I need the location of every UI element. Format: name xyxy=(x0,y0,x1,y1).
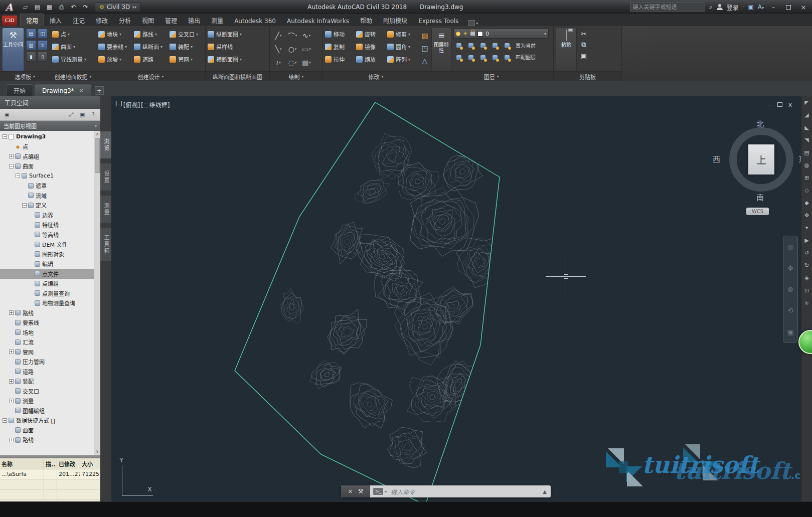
collapse-icon[interactable]: − xyxy=(9,164,14,168)
layer-tool-icon-4[interactable] xyxy=(490,40,501,51)
panel-label-profile-section-views[interactable]: 纵断面图和横断面图 xyxy=(206,71,269,81)
application-menu-button[interactable]: C3D xyxy=(2,16,17,26)
redo-icon[interactable]: ◈ xyxy=(803,274,811,282)
item-view-row[interactable]: ...\aSurfa201...2771225 xyxy=(0,469,100,479)
exchange-icon[interactable]: A▾ xyxy=(758,4,764,11)
expand-icon[interactable]: + xyxy=(9,154,14,158)
help-search-input[interactable] xyxy=(630,3,705,12)
layer-tool-icon-6[interactable] xyxy=(453,52,464,63)
rectangle-icon[interactable]: ▭▾ xyxy=(300,43,313,55)
button-管网[interactable]: 管网▾ xyxy=(170,54,203,64)
command-bar-grip[interactable]: × ⚒ xyxy=(341,485,370,497)
snap-icon[interactable]: ◢ xyxy=(803,111,811,119)
ribbon-options-button[interactable]: ▾ xyxy=(468,20,478,26)
swap-icon[interactable]: ⊡ xyxy=(803,286,811,294)
toolspace-tab-测量[interactable]: 测量 xyxy=(100,196,111,223)
surface-boundary[interactable] xyxy=(235,102,500,501)
flag-icon[interactable]: ◤ xyxy=(803,98,811,106)
button-圆角[interactable]: 圆角▾ xyxy=(387,42,418,52)
expand-icon[interactable]: + xyxy=(9,399,14,403)
ribbon-tab-输出[interactable]: 输出 xyxy=(183,14,206,26)
sheet-icon[interactable]: ◣ xyxy=(803,123,811,131)
tree-item-点编组[interactable]: +点编组 xyxy=(0,151,94,161)
drawer1-icon[interactable]: ▮ xyxy=(26,52,36,62)
button-点[interactable]: 点▾ xyxy=(52,29,86,39)
polyline-icon[interactable]: ≀▾ xyxy=(272,56,285,69)
button-路线[interactable]: 路线▾ xyxy=(134,29,168,39)
ribbon-tab-插入[interactable]: 插入 xyxy=(44,14,67,26)
tree-item-地物测量查询[interactable]: 地物测量查询 xyxy=(0,298,94,308)
collapse-icon[interactable]: − xyxy=(16,174,20,178)
drawing-viewport[interactable]: [-][俯视][二维线框] – x 北 南 西 东 上 WCS ◎✥⊗⟲▣ Y … xyxy=(111,96,801,501)
match-layer-button[interactable]: 匹配图层 xyxy=(516,53,536,61)
link-icon[interactable]: ⤢ xyxy=(67,111,75,118)
select-icon[interactable]: ✦ xyxy=(803,224,811,232)
viewport-restore-button[interactable] xyxy=(777,101,782,108)
properties-palette-icon[interactable]: ▤ xyxy=(26,29,36,39)
command-close-icon[interactable]: × xyxy=(348,488,353,495)
compass-west-label[interactable]: 西 xyxy=(713,153,720,164)
button-阵列[interactable]: 阵列▾ xyxy=(387,54,418,64)
rotate-icon[interactable]: ◆ xyxy=(803,199,811,207)
measure-icon[interactable]: ≋ xyxy=(803,299,811,307)
undo-icon[interactable]: ↶ xyxy=(69,4,78,11)
tree-item-测量[interactable]: +测量 xyxy=(0,396,94,406)
viewport-minimize-button[interactable]: – xyxy=(768,101,771,108)
tree-item-图形对象[interactable]: 图形对象 xyxy=(0,249,94,259)
ribbon-tab-视图[interactable]: 视图 xyxy=(136,14,159,26)
revision-cloud-icon[interactable]: ∿▾ xyxy=(300,29,313,42)
tree-item-流域[interactable]: 流域 xyxy=(0,191,94,201)
item-view-row[interactable] xyxy=(0,479,100,489)
button-复制[interactable]: 复制 xyxy=(325,42,356,52)
ribbon-tab-注记[interactable]: 注记 xyxy=(67,14,90,26)
tree-item-点文件[interactable]: 点文件 xyxy=(0,269,94,279)
close-tab-icon[interactable]: × xyxy=(79,87,84,94)
arc-icon[interactable]: ⌒▾ xyxy=(286,29,299,42)
tree-item-Drawing3[interactable]: −Drawing3 xyxy=(0,132,94,142)
tree-item-压力管网[interactable]: 压力管网 xyxy=(0,357,94,367)
zoom-icon[interactable]: ⊗ xyxy=(787,285,793,293)
command-line-bar[interactable]: × ⚒ >_ ▾ 键入命令 ▲ xyxy=(341,485,551,497)
panel-label-layers[interactable]: 图层▾ xyxy=(429,71,553,81)
button-纵断面[interactable]: 纵断面▾ xyxy=(134,42,168,52)
tree-item-交叉口[interactable]: 交叉口 xyxy=(0,386,94,396)
tree-item-曲面[interactable]: 曲面 xyxy=(0,425,94,435)
wcs-dropdown[interactable]: WCS xyxy=(746,208,769,215)
expand-icon[interactable]: + xyxy=(9,310,14,315)
file-tab-开始[interactable]: 开始 xyxy=(6,84,33,96)
panel-icon[interactable]: ▣ xyxy=(78,111,86,118)
tree-item-遮罩[interactable]: 遮罩 xyxy=(0,181,94,191)
collapse-icon[interactable]: − xyxy=(22,203,27,208)
search-icon[interactable]: ⌕ xyxy=(709,3,713,11)
tree-item-路线[interactable]: +路线 xyxy=(0,435,94,445)
tree-item-边界[interactable]: 边界 xyxy=(0,210,94,220)
layer-tool-icon-7[interactable] xyxy=(465,52,476,63)
signout-icon[interactable]: ≑ xyxy=(38,40,48,50)
button-地块[interactable]: 地块▾ xyxy=(98,29,132,39)
view-cube[interactable]: 北 南 西 东 上 xyxy=(724,122,798,197)
ribbon-tab-Autodesk InfraWorks[interactable]: Autodesk InfraWorks xyxy=(281,16,355,26)
explode-icon[interactable]: ◳ xyxy=(418,42,429,54)
survey-palette-icon[interactable]: ▥ xyxy=(26,40,36,50)
expand-icon[interactable]: + xyxy=(9,379,14,384)
ribbon-tab-修改[interactable]: 修改 xyxy=(90,14,113,26)
ribbon-tab-测量[interactable]: 测量 xyxy=(206,14,229,26)
tree-item-图幅编组[interactable]: 图幅编组 xyxy=(0,406,94,416)
tree-scrollbar[interactable]: ∧ ∨ xyxy=(94,131,100,455)
tree-item-场地[interactable]: 场地 xyxy=(0,327,94,337)
compass-south-label[interactable]: 南 xyxy=(756,192,764,202)
layer-tool-icon-8[interactable] xyxy=(477,52,489,63)
close-button[interactable]: × xyxy=(798,4,809,11)
tree-item-等高线[interactable]: 等高线 xyxy=(0,230,94,240)
panel-label-clipboard[interactable]: 剪贴板 xyxy=(554,71,621,81)
move-icon[interactable]: ◇ xyxy=(803,186,811,194)
globe-icon[interactable]: ◍ xyxy=(803,161,811,169)
panel-label-modify[interactable]: 修改▾ xyxy=(323,71,429,81)
command-history-expand-icon[interactable]: ▲ xyxy=(543,489,551,494)
tree-item-定义[interactable]: −定义 xyxy=(0,201,94,211)
plot-icon[interactable]: ⎙ xyxy=(57,4,66,11)
tree-item-装配[interactable]: +装配 xyxy=(0,377,94,387)
copy-icon[interactable]: ⧉ xyxy=(579,40,589,49)
button-放坡[interactable]: 放坡▾ xyxy=(98,54,132,64)
ellipse-icon[interactable]: ◌▾ xyxy=(286,56,299,69)
